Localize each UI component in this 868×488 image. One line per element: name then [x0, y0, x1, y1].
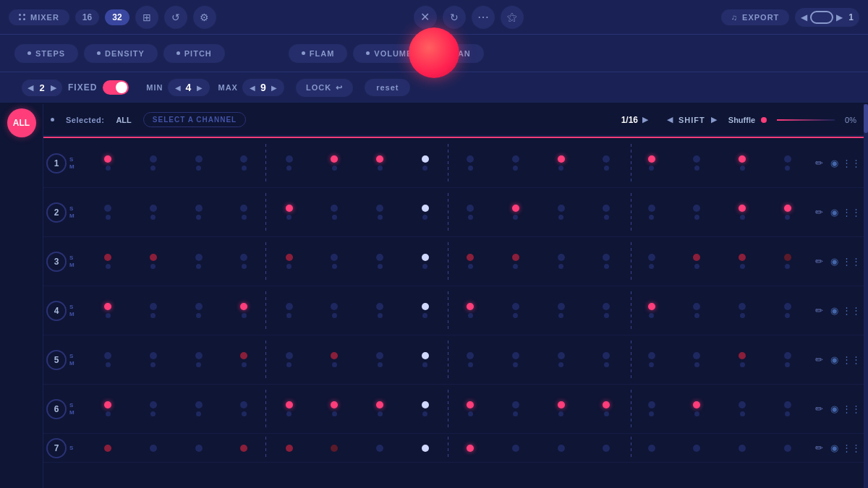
- tab-flam[interactable]: FLAM: [289, 44, 348, 63]
- step-cell[interactable]: [176, 286, 221, 335]
- step-cell[interactable]: [312, 286, 357, 335]
- step-cell[interactable]: [312, 237, 357, 286]
- step-cell[interactable]: [584, 335, 629, 384]
- step-cell[interactable]: [765, 385, 810, 433]
- refresh-button[interactable]: ↻: [443, 6, 466, 29]
- step-cell[interactable]: [221, 237, 267, 286]
- lock-button[interactable]: LOCK ↩: [296, 79, 353, 97]
- step-cell[interactable]: [312, 139, 357, 187]
- scroll-thumb[interactable]: [864, 104, 868, 133]
- step-cell[interactable]: [584, 188, 629, 236]
- step-cell[interactable]: [357, 188, 403, 236]
- step-cell[interactable]: [357, 434, 403, 462]
- step-cell[interactable]: [221, 434, 267, 462]
- num32-button[interactable]: 32: [105, 9, 129, 25]
- step-cell[interactable]: [131, 434, 176, 462]
- step-cell[interactable]: [765, 237, 810, 286]
- step-cell[interactable]: [765, 188, 810, 236]
- edit-icon[interactable]: ✏: [813, 254, 825, 270]
- step-cell[interactable]: [448, 237, 493, 286]
- mute-icon[interactable]: ◉: [828, 303, 841, 319]
- step-cell[interactable]: [85, 188, 131, 236]
- step-cell[interactable]: [402, 434, 448, 462]
- step-cell[interactable]: [493, 385, 539, 433]
- tracks-container[interactable]: 1 S M: [43, 139, 864, 488]
- step-cell[interactable]: [674, 237, 720, 286]
- step-cell[interactable]: [221, 385, 267, 433]
- num16-button[interactable]: 16: [75, 9, 99, 25]
- step-cell[interactable]: [221, 139, 267, 187]
- step-cell[interactable]: [674, 188, 720, 236]
- step-cell[interactable]: [720, 139, 765, 187]
- loop-prev-button[interactable]: ◀: [801, 12, 807, 22]
- step-cell[interactable]: [176, 139, 221, 187]
- step-cell[interactable]: [176, 237, 221, 286]
- step-cell[interactable]: [629, 434, 675, 462]
- step-cell[interactable]: [765, 434, 810, 462]
- step-cell[interactable]: [629, 286, 675, 335]
- undo-button[interactable]: ↺: [164, 6, 187, 29]
- export-button[interactable]: ♫ EXPORT: [721, 9, 789, 25]
- step-cell[interactable]: [221, 286, 267, 335]
- step-cell[interactable]: [765, 286, 810, 335]
- step-cell[interactable]: [629, 237, 675, 286]
- step-cell[interactable]: [267, 139, 312, 187]
- step-cell[interactable]: [267, 434, 312, 462]
- step-cell[interactable]: [85, 385, 131, 433]
- more-icon[interactable]: ⋮⋮: [843, 352, 859, 368]
- step-cell[interactable]: [402, 188, 448, 236]
- step-cell[interactable]: [720, 286, 765, 335]
- step-cell[interactable]: [493, 286, 539, 335]
- random-button[interactable]: ⋯: [472, 6, 495, 29]
- mixer-button[interactable]: MIXER: [9, 9, 69, 25]
- edit-icon[interactable]: ✏: [813, 303, 825, 319]
- step-cell[interactable]: [85, 434, 131, 462]
- step-cell[interactable]: [131, 385, 176, 433]
- shuffle-bar[interactable]: [777, 119, 835, 121]
- step-cell[interactable]: [357, 385, 403, 433]
- step-cell[interactable]: [584, 237, 629, 286]
- step-cell[interactable]: [584, 139, 629, 187]
- step-cell[interactable]: [85, 237, 131, 286]
- step-cell[interactable]: [448, 385, 493, 433]
- edit-icon[interactable]: ✏: [813, 352, 825, 368]
- step-cell[interactable]: [538, 237, 584, 286]
- step-cell[interactable]: [493, 434, 539, 462]
- step-cell[interactable]: [402, 286, 448, 335]
- step-cell[interactable]: [402, 237, 448, 286]
- track-7-circle[interactable]: 7: [46, 438, 67, 458]
- step-cell[interactable]: [674, 385, 720, 433]
- step-cell[interactable]: [402, 335, 448, 384]
- track-3-circle[interactable]: 3: [46, 252, 67, 272]
- min-prev-button[interactable]: ◀: [175, 84, 181, 92]
- step-cell[interactable]: [267, 237, 312, 286]
- step-cell[interactable]: [312, 188, 357, 236]
- step-cell[interactable]: [402, 139, 448, 187]
- division-next-button[interactable]: ▶: [642, 115, 648, 124]
- step-cell[interactable]: [584, 286, 629, 335]
- reset-button[interactable]: reset: [365, 79, 410, 96]
- step-cell[interactable]: [176, 434, 221, 462]
- fixed-toggle[interactable]: [103, 80, 129, 95]
- step-cell[interactable]: [131, 286, 176, 335]
- track-6-circle[interactable]: 6: [46, 399, 67, 419]
- step-cell[interactable]: [448, 188, 493, 236]
- grid-icon-button[interactable]: ⊞: [135, 6, 158, 29]
- step-cell[interactable]: [176, 188, 221, 236]
- step-cell[interactable]: [765, 139, 810, 187]
- tab-density[interactable]: DENSITY: [84, 44, 158, 63]
- step-cell[interactable]: [221, 188, 267, 236]
- tab-steps[interactable]: STEPS: [14, 44, 78, 63]
- step-cell[interactable]: [720, 188, 765, 236]
- step-cell[interactable]: [131, 139, 176, 187]
- step-cell[interactable]: [267, 188, 312, 236]
- mute-icon[interactable]: ◉: [828, 440, 841, 456]
- step-cell[interactable]: [629, 139, 675, 187]
- shift-prev-button[interactable]: ◀: [667, 115, 673, 124]
- step-cell[interactable]: [674, 139, 720, 187]
- step-cell[interactable]: [538, 286, 584, 335]
- step-cell[interactable]: [720, 237, 765, 286]
- settings-button[interactable]: ⚙: [193, 6, 216, 29]
- track-1-circle[interactable]: 1: [46, 153, 67, 174]
- step-cell[interactable]: [674, 335, 720, 384]
